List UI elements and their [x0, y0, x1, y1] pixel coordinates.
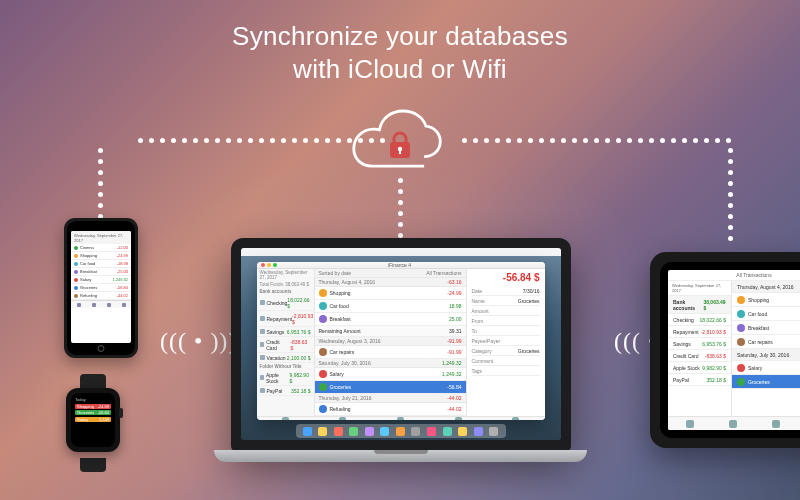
- sidebar-item[interactable]: Checking18,022.66 $: [668, 314, 731, 326]
- promo-stage: Synchronize your databases with iCloud o…: [0, 0, 800, 500]
- iphone-tabbar[interactable]: [71, 300, 131, 308]
- list-item[interactable]: Salary 1,249.32: [71, 276, 131, 284]
- detail-field[interactable]: NameGroceries: [472, 296, 540, 306]
- dock-app-icon[interactable]: [411, 427, 420, 436]
- transaction-row[interactable]: Car food 18.98: [315, 300, 466, 313]
- sidebar[interactable]: Wednesday, September 27, 2017 Total Fund…: [257, 269, 315, 416]
- mac-menubar[interactable]: [241, 248, 561, 256]
- dots-right-v: [728, 148, 733, 241]
- sidebar-item[interactable]: Repayment -2,810.93 $: [257, 311, 314, 327]
- home-button-icon[interactable]: [98, 345, 105, 352]
- list-item[interactable]: Breakfast -25.00: [71, 268, 131, 276]
- sidebar-item[interactable]: Checking 18,022.66 $: [257, 295, 314, 311]
- list-item[interactable]: Shopping-24.99: [75, 404, 111, 409]
- list-item[interactable]: Shopping -24.99: [71, 252, 131, 260]
- transaction-row[interactable]: Shopping -24.99: [315, 287, 466, 300]
- sidebar-item[interactable]: PayPal 352.18 $: [257, 386, 314, 396]
- minimize-icon[interactable]: [267, 263, 271, 267]
- transaction-row[interactable]: Groceries -56.84: [732, 375, 800, 389]
- sidebar-item[interactable]: Vacation 2,100.00 $: [257, 353, 314, 363]
- detail-field[interactable]: Payee/Payer: [472, 336, 540, 346]
- ipad-transaction-list[interactable]: Thursday, August 4, 2016-63.16 Shopping …: [732, 281, 800, 416]
- ipad-sidebar[interactable]: Wednesday, September 27, 2017 Bank accou…: [668, 281, 732, 416]
- transaction-row[interactable]: Salary 1,249.32: [315, 368, 466, 381]
- transaction-row[interactable]: Car repairs -91.99: [315, 346, 466, 359]
- window-toolbar[interactable]: [257, 416, 545, 420]
- sidebar-item[interactable]: Savings6,953.76 $: [668, 338, 731, 350]
- sidebar-item[interactable]: Credit Card -838.63 $: [257, 337, 314, 353]
- ipad-tab[interactable]: All Transactions: [668, 270, 800, 281]
- detail-field[interactable]: From: [472, 316, 540, 326]
- dock-app-icon[interactable]: [458, 427, 467, 436]
- dots-left-v: [98, 148, 103, 219]
- sidebar-date: Wednesday, September 27, 2017: [257, 269, 314, 281]
- transaction-list[interactable]: Sorted by date All Transactions Thursday…: [315, 269, 467, 416]
- toolbar-icon[interactable]: [455, 417, 462, 420]
- transaction-row[interactable]: Salary 1,249.32: [732, 361, 800, 375]
- dock-app-icon[interactable]: [427, 427, 436, 436]
- transaction-row[interactable]: Car food 18.98: [732, 307, 800, 321]
- dock-app-icon[interactable]: [318, 427, 327, 436]
- list-item[interactable]: Refueling -44.02: [71, 292, 131, 300]
- iphone-list[interactable]: Cinema -12.00 Shopping -24.99 Car food -…: [71, 244, 131, 300]
- list-item[interactable]: Groceries-56.84: [75, 410, 111, 415]
- sidebar-item[interactable]: Apple Stock 9,982.90 $: [257, 370, 314, 386]
- date-header: Wednesday, August 3, 2016-91.99: [315, 337, 466, 346]
- transaction-row[interactable]: Breakfast 25.00: [732, 321, 800, 335]
- dock-app-icon[interactable]: [334, 427, 343, 436]
- date-header: Saturday, July 30, 20161,249.32: [732, 349, 800, 361]
- close-icon[interactable]: [261, 263, 265, 267]
- tab-label: All Transactions: [426, 270, 461, 276]
- sidebar-item[interactable]: Bank accounts38,063.49 $: [668, 296, 731, 314]
- toolbar-icon[interactable]: [397, 417, 404, 420]
- transaction-row[interactable]: Car repairs -91.99: [732, 335, 800, 349]
- dock-app-icon[interactable]: [365, 427, 374, 436]
- list-item[interactable]: Cinema -12.00: [71, 244, 131, 252]
- dock-app-icon[interactable]: [489, 427, 498, 436]
- detail-field[interactable]: Amount: [472, 306, 540, 316]
- list-item[interactable]: Groceries -56.84: [71, 284, 131, 292]
- dock-app-icon[interactable]: [396, 427, 405, 436]
- sidebar-item[interactable]: Savings 6,953.76 $: [257, 327, 314, 337]
- toolbar-icon[interactable]: [512, 417, 519, 420]
- dock-app-icon[interactable]: [303, 427, 312, 436]
- digital-crown-icon[interactable]: [119, 408, 123, 418]
- transaction-row[interactable]: Refueling -44.02: [315, 403, 466, 416]
- dock-app-icon[interactable]: [443, 427, 452, 436]
- dock-app-icon[interactable]: [349, 427, 358, 436]
- dock[interactable]: [296, 424, 506, 438]
- ipad-date: Wednesday, September 27, 2017: [668, 281, 731, 296]
- date-header: Thursday, August 4, 2016-63.16: [732, 281, 800, 293]
- sort-label: Sorted by date: [319, 270, 352, 276]
- detail-field[interactable]: Comment: [472, 356, 540, 366]
- sidebar-item[interactable]: Credit Card-838.63 $: [668, 350, 731, 362]
- ipad-screen: All Transactions Wednesday, September 27…: [668, 270, 800, 430]
- sidebar-item[interactable]: Apple Stock9,982.90 $: [668, 362, 731, 374]
- dock-app-icon[interactable]: [474, 427, 483, 436]
- app-window: iFinance 4 Wednesday, September 27, 2017…: [257, 262, 545, 420]
- headline-line2: with iCloud or Wifi: [0, 53, 800, 86]
- ipad-toolbar[interactable]: [668, 416, 800, 430]
- dots-center-v: [398, 178, 403, 238]
- transaction-row[interactable]: Shopping -24.99: [732, 293, 800, 307]
- dock-app-icon[interactable]: [380, 427, 389, 436]
- toolbar-icon[interactable]: [282, 417, 289, 420]
- zoom-icon[interactable]: [273, 263, 277, 267]
- detail-amount: -56.84 $: [472, 272, 540, 283]
- sidebar-item[interactable]: Repayment-2,810.93 $: [668, 326, 731, 338]
- detail-field[interactable]: To: [472, 326, 540, 336]
- detail-field[interactable]: Tags: [472, 366, 540, 376]
- list-item[interactable]: Car food -18.98: [71, 260, 131, 268]
- list-item[interactable]: Salary1,249: [75, 417, 111, 422]
- detail-pane: -56.84 $ Date7/30/16NameGroceriesAmountF…: [467, 269, 545, 416]
- transaction-row[interactable]: Breakfast 25.00: [315, 313, 466, 326]
- date-header: Thursday, July 21, 2016-44.02: [315, 394, 466, 403]
- transaction-row[interactable]: Groceries -56.84: [315, 381, 466, 394]
- detail-field[interactable]: CategoryGroceries: [472, 346, 540, 356]
- window-titlebar[interactable]: iFinance 4: [257, 262, 545, 269]
- watch-title: Today: [75, 397, 111, 402]
- sidebar-item[interactable]: PayPal352.18 $: [668, 374, 731, 386]
- toolbar-icon[interactable]: [339, 417, 346, 420]
- headline: Synchronize your databases with iCloud o…: [0, 20, 800, 85]
- detail-field[interactable]: Date7/30/16: [472, 286, 540, 296]
